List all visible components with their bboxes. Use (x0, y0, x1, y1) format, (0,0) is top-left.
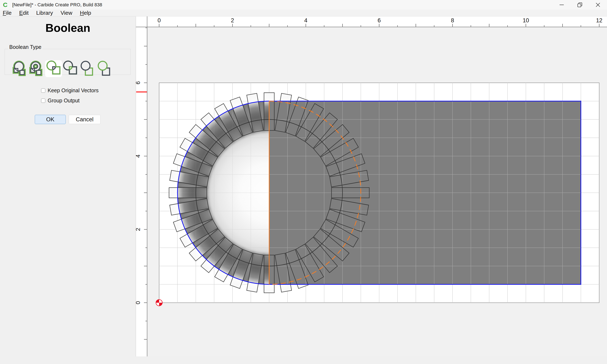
boolean-type-b-minus-a-icon[interactable] (96, 60, 113, 77)
cancel-button[interactable]: Cancel (69, 115, 101, 124)
boolean-type-intersect-dark-icon[interactable] (62, 60, 79, 77)
boolean-dialog-panel: Boolean Boolean Type (0, 17, 136, 356)
menu-file[interactable]: File (3, 10, 12, 16)
origin-marker (156, 299, 162, 306)
ruler-y-label: 2 (136, 228, 141, 231)
boolean-type-union-keep-holes-icon[interactable] (28, 60, 45, 77)
menu-edit[interactable]: Edit (19, 10, 29, 16)
menu-view[interactable]: View (61, 10, 72, 16)
menu-help[interactable]: Help (80, 10, 91, 16)
boolean-type-intersect-green-icon[interactable] (45, 60, 62, 77)
design-vectors[interactable] (159, 83, 599, 303)
menu-bar: File Edit Library View Help (0, 10, 607, 16)
ruler-x-label: 12 (596, 17, 602, 24)
app-logo-icon: C (3, 2, 9, 8)
ok-button[interactable]: OK (35, 115, 66, 124)
design-canvas[interactable]: 0246810120246 (136, 16, 607, 356)
maximize-restore-button[interactable] (571, 0, 589, 10)
keep-original-vectors-checkbox[interactable] (41, 89, 45, 93)
ruler-x-label: 2 (231, 17, 234, 24)
ruler-x-label: 6 (378, 17, 381, 24)
dialog-title: Boolean (0, 21, 136, 34)
boolean-type-a-minus-b-icon[interactable] (79, 60, 96, 77)
group-output-checkbox[interactable] (41, 99, 45, 103)
window-title: [NewFile]* - Carbide Create PRO, Build 8… (12, 2, 102, 8)
ruler-x-label: 8 (451, 17, 454, 24)
keep-original-vectors-row: Keep Original Vectors (41, 87, 99, 93)
minimize-button[interactable] (553, 0, 571, 10)
menu-library[interactable]: Library (36, 10, 53, 16)
boolean-type-union-icon[interactable] (11, 60, 28, 77)
close-icon (595, 2, 601, 8)
ruler-x-label: 0 (158, 17, 161, 24)
ruler-x-label: 4 (304, 17, 307, 24)
group-output-label: Group Output (48, 98, 79, 104)
ruler-x-label: 10 (523, 17, 529, 24)
close-button[interactable] (589, 0, 607, 10)
keep-original-vectors-label: Keep Original Vectors (48, 87, 99, 93)
ruler-y-label: 6 (136, 81, 141, 84)
boolean-type-label: Boolean Type (8, 44, 43, 50)
rulers: 0246810120246 (136, 16, 607, 356)
design-workspace[interactable]: 0246810120246 (136, 16, 607, 356)
ruler-y-label: 0 (136, 301, 141, 304)
minimize-icon (559, 2, 564, 8)
title-bar: C [NewFile]* - Carbide Create PRO, Build… (0, 0, 607, 10)
ruler-y-label: 4 (136, 154, 141, 157)
group-output-row: Group Output (41, 98, 79, 104)
restore-icon (577, 2, 582, 8)
